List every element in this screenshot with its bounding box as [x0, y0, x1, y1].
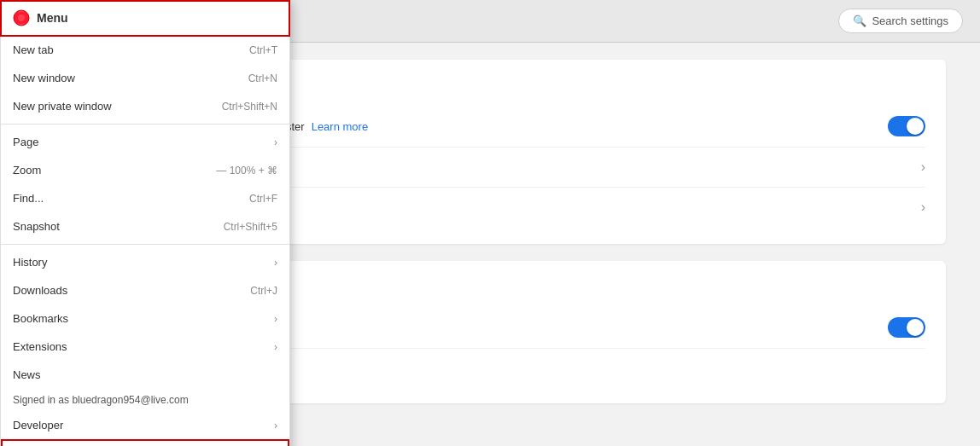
menu-separator: [1, 124, 289, 125]
menu-header[interactable]: Menu: [1, 1, 289, 36]
menu-item-right: ›: [274, 313, 277, 325]
menu-item-arrow-icon: ›: [274, 257, 277, 269]
menu-item-left: News: [13, 368, 41, 381]
menu-item-arrow-icon: ›: [274, 313, 277, 325]
menu-item-shortcut: Ctrl+F: [249, 193, 277, 205]
menu-item-extensions[interactable]: Extensions›: [1, 333, 289, 361]
menu-item-arrow-icon: ›: [274, 341, 277, 353]
menu-item-news[interactable]: News: [1, 361, 289, 389]
menu-overlay: Menu New tabCtrl+TNew windowCtrl+NNew pr…: [0, 0, 290, 446]
menu-item-shortcut: Ctrl+Shift+5: [224, 221, 277, 233]
menu-item-right: Ctrl+T: [249, 44, 277, 56]
search-settings-button[interactable]: 🔍 Search settings: [838, 9, 963, 33]
menu-item-arrow-icon: ›: [274, 136, 277, 148]
menu-item-history[interactable]: History›: [1, 248, 289, 276]
manage-exceptions-chevron: ›: [921, 159, 925, 175]
menu-item-shortcut: Ctrl+N: [248, 72, 277, 84]
menu-item-right: Ctrl+Shift+N: [222, 101, 277, 113]
menu-item-right: ›: [274, 341, 277, 353]
menu-item-left: Page: [13, 136, 38, 148]
menu-item-right: Ctrl+N: [248, 72, 277, 84]
menu-item-label: New private window: [13, 100, 112, 113]
menu-item-zoom[interactable]: Zoom— 100% + ⌘: [1, 156, 289, 184]
menu-item-label: Snapshot: [13, 220, 60, 233]
menu-item-bookmarks[interactable]: Bookmarks›: [1, 304, 289, 333]
menu-item-right: ›: [274, 420, 277, 432]
menu-item-shortcut: Ctrl+Shift+N: [222, 101, 277, 113]
menu-item-arrow-icon: ›: [274, 420, 277, 432]
menu-item-left: Bookmarks: [13, 312, 68, 325]
menu-item-left: Downloads: [13, 284, 67, 297]
menu-item-developer[interactable]: Developer›: [1, 411, 289, 439]
menu-item-left: Developer: [13, 419, 63, 432]
menu-item-new-window[interactable]: New windowCtrl+N: [1, 64, 289, 92]
manage-lists-chevron: ›: [921, 200, 925, 215]
menu-items-container: New tabCtrl+TNew windowCtrl+NNew private…: [1, 36, 289, 446]
block-ads-toggle[interactable]: [888, 116, 925, 136]
menu-item-right: Ctrl+Shift+5: [224, 221, 277, 233]
menu-item-right: ›: [274, 257, 277, 269]
menu-separator: [1, 244, 289, 245]
menu-item-label: Extensions: [13, 340, 67, 353]
menu-item-label: History: [13, 256, 47, 269]
menu-item-label: Zoom: [13, 164, 41, 177]
menu-item-label: Bookmarks: [13, 312, 68, 325]
enable-wallpapers-toggle[interactable]: [888, 317, 925, 338]
menu-item-left: Extensions: [13, 340, 67, 353]
search-icon: 🔍: [853, 14, 866, 27]
menu-item-left: Find...: [13, 192, 44, 205]
learn-more-link[interactable]: Learn more: [312, 120, 368, 133]
menu-title: Menu: [37, 11, 68, 25]
menu-signed-in: Signed in as bluedragon954@live.com: [1, 389, 289, 411]
menu-item-label: New tab: [13, 43, 54, 56]
menu-item-label: Page: [13, 136, 38, 148]
menu-item-label: Downloads: [13, 284, 67, 297]
menu-item-label: News: [13, 368, 41, 381]
menu-item-label: New window: [13, 72, 75, 84]
menu-item-shortcut: — 100% + ⌘: [216, 165, 277, 177]
menu-item-settings[interactable]: SettingsAlt+P: [1, 439, 289, 446]
menu-item-left: New tab: [13, 43, 54, 56]
opera-logo-icon: [13, 9, 30, 26]
menu-item-right: Ctrl+F: [249, 193, 277, 205]
menu-item-shortcut: Ctrl+J: [250, 285, 277, 297]
menu-item-new-private-window[interactable]: New private windowCtrl+Shift+N: [1, 92, 289, 120]
menu-item-label: Developer: [13, 419, 63, 432]
menu-item-downloads[interactable]: DownloadsCtrl+J: [1, 276, 289, 304]
menu-item-shortcut: Ctrl+T: [249, 44, 277, 56]
menu-item-left: Zoom: [13, 164, 41, 177]
menu-item-snapshot[interactable]: SnapshotCtrl+Shift+5: [1, 212, 289, 240]
menu-item-find---[interactable]: Find...Ctrl+F: [1, 184, 289, 212]
menu-item-page[interactable]: Page›: [1, 128, 289, 156]
menu-item-right: ›: [274, 136, 277, 148]
menu-item-label: Find...: [13, 192, 44, 205]
menu-item-new-tab[interactable]: New tabCtrl+T: [1, 36, 289, 64]
menu-item-left: Snapshot: [13, 220, 60, 233]
menu-item-left: New private window: [13, 100, 112, 113]
menu-item-right: Ctrl+J: [250, 285, 277, 297]
menu-item-left: New window: [13, 72, 75, 84]
menu-item-right: — 100% + ⌘: [216, 165, 277, 177]
menu-item-left: History: [13, 256, 47, 269]
search-settings-label: Search settings: [872, 14, 948, 27]
